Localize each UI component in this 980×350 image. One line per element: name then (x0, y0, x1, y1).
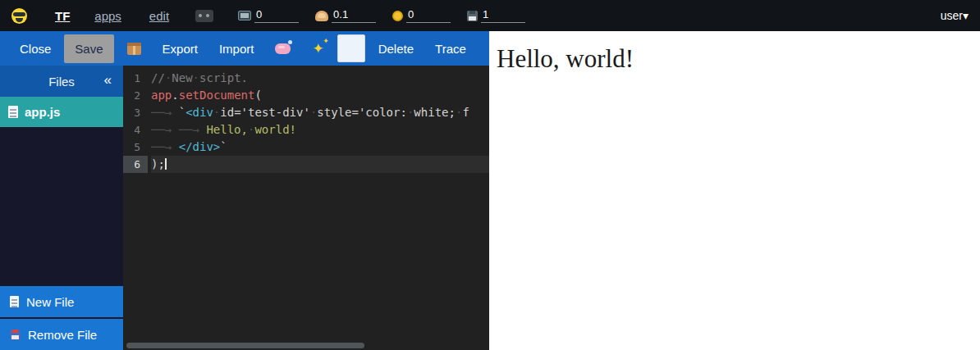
code-line[interactable]: ──→──→Hello,·world! (151, 121, 489, 139)
token-punct: . (172, 89, 178, 102)
editor-toolbar: Close Save Export Import ✦ Delete Trace (0, 31, 489, 66)
token-string: f (462, 106, 469, 119)
sparkles-button[interactable]: ✦ (304, 34, 332, 63)
floppy-stat-input[interactable] (481, 8, 525, 23)
token-punct: ` (220, 140, 227, 153)
editor-horizontal-scrollbar[interactable] (126, 343, 364, 348)
file-sidebar: Files « app.js New File Remove File (0, 66, 123, 350)
token-name: setDocument (179, 89, 255, 102)
bread-stat-input[interactable] (332, 8, 376, 23)
code-line[interactable]: ); (151, 156, 489, 173)
token-punct: ); (151, 157, 165, 170)
topbar: TF apps edit user▾ (0, 0, 980, 31)
token-comment: // (151, 71, 165, 84)
token-tag: </div> (179, 140, 221, 153)
coin-icon (392, 11, 403, 21)
floppy-disk-icon (467, 11, 478, 21)
gutter-line-number: 3 (123, 104, 148, 121)
rendered-hello-text: Hello, world! (489, 31, 980, 74)
main-area: Close Save Export Import ✦ Delete Trace … (0, 31, 980, 350)
app-logo-icon[interactable] (11, 8, 27, 24)
remove-file-floppy-icon (10, 330, 21, 340)
monitor-stat-input[interactable] (254, 8, 299, 23)
stat-bread (315, 8, 376, 23)
token-tab: ──→ (151, 139, 179, 156)
monitor-icon (238, 11, 251, 20)
token-tab: ──→ (151, 104, 179, 121)
soap-icon (275, 43, 291, 54)
code-line[interactable]: ──→`<div·id='test-div'·style='color:·whi… (151, 104, 489, 121)
soap-button[interactable] (267, 36, 299, 61)
trace-button[interactable]: Trace (427, 34, 474, 63)
new-file-button[interactable]: New File (0, 286, 123, 317)
nav-link-tf[interactable]: TF (55, 9, 70, 23)
save-button[interactable]: Save (64, 34, 113, 63)
code-line[interactable]: //·New·script. (151, 70, 489, 87)
gutter-line-number: 2 (123, 87, 148, 104)
files-header-label: Files (48, 75, 75, 89)
gutter-line-number: 6 (123, 156, 148, 173)
token-tab: ──→ (151, 121, 179, 139)
delete-button[interactable]: Delete (370, 34, 422, 63)
gutter-line-number: 4 (123, 121, 148, 139)
new-file-icon (10, 296, 19, 307)
files-header: Files « (0, 66, 123, 97)
package-icon (127, 43, 141, 55)
token-comment: script. (199, 71, 248, 84)
blank-button[interactable] (337, 34, 365, 62)
token-punct: ( (254, 89, 261, 102)
coin-stat-input[interactable] (406, 8, 451, 23)
token-comment: New (172, 71, 192, 84)
token-text: world! (254, 123, 296, 136)
code-line[interactable]: ──→</div>` (151, 139, 489, 156)
package-button[interactable] (119, 35, 149, 62)
nav-link-edit[interactable]: edit (149, 9, 169, 23)
file-name: app.js (25, 105, 60, 119)
stat-coin (392, 8, 451, 23)
token-attr: style= (317, 106, 359, 119)
collapse-sidebar-button[interactable]: « (104, 72, 112, 89)
file-item-appjs[interactable]: app.js (0, 97, 123, 127)
token-attr: id= (220, 106, 240, 119)
editor-gutter: 123456 (123, 66, 148, 350)
nav-link-apps[interactable]: apps (94, 9, 121, 23)
import-button[interactable]: Import (211, 34, 263, 63)
stat-monitor (238, 8, 299, 23)
sidebar-actions: New File Remove File (0, 286, 123, 350)
remove-file-button[interactable]: Remove File (0, 319, 123, 350)
resource-stats (238, 8, 525, 23)
sparkles-icon: ✦ (312, 42, 323, 56)
preview-pane: Hello, world! (489, 31, 980, 350)
code-editor[interactable]: 123456 //·New·script.app.setDocument(──→… (123, 66, 489, 350)
token-string: 'color: (359, 106, 407, 119)
editor-code[interactable]: //·New·script.app.setDocument(──→`<div·i… (148, 66, 489, 350)
token-name: app (151, 89, 172, 102)
gutter-line-number: 1 (123, 70, 148, 87)
control-knobs-icon[interactable] (195, 10, 213, 22)
token-ws: · (193, 71, 199, 84)
gutter-line-number: 5 (123, 139, 148, 156)
export-button[interactable]: Export (154, 34, 206, 63)
editor-panel: Close Save Export Import ✦ Delete Trace … (0, 31, 489, 350)
bread-icon (315, 11, 328, 21)
close-button[interactable]: Close (11, 34, 59, 63)
token-tab: ──→ (179, 121, 207, 139)
token-string: white; (414, 106, 456, 119)
token-punct: ` (179, 106, 185, 119)
code-line[interactable]: app.setDocument( (151, 87, 489, 104)
token-string: 'test-div' (241, 106, 310, 119)
user-menu[interactable]: user▾ (941, 9, 969, 22)
token-text: Hello, (206, 123, 248, 136)
token-tag: <div (185, 106, 213, 119)
file-icon (8, 106, 18, 118)
text-cursor (165, 158, 167, 170)
remove-file-label: Remove File (28, 328, 97, 342)
stat-floppy (467, 8, 525, 23)
new-file-label: New File (26, 295, 74, 309)
